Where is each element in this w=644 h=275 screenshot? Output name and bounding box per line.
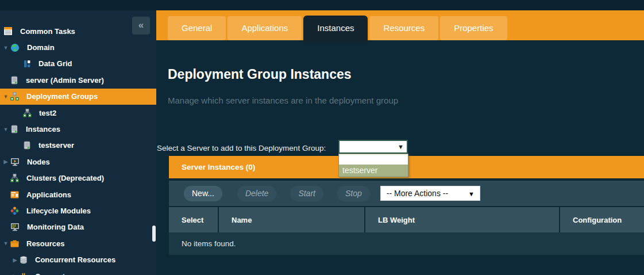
chevron-expanded-icon[interactable]: ▼ xyxy=(1,94,10,100)
column-header-select: Select xyxy=(169,207,218,232)
data-grid-icon xyxy=(23,60,31,68)
table-header-row: Select Name LB Weight Configuration xyxy=(169,207,644,232)
column-header-name: Name xyxy=(219,207,364,232)
page-subtitle: Manage which server instances are in the… xyxy=(168,96,398,105)
globe-icon xyxy=(10,43,20,52)
sidebar-item-nodes[interactable]: ▶ Nodes xyxy=(0,154,156,170)
sidebar-item-label: Resources xyxy=(26,239,64,248)
tab-general[interactable]: General xyxy=(168,16,226,40)
top-strip xyxy=(0,0,644,10)
tab-instances[interactable]: Instances xyxy=(303,16,368,42)
more-actions-dropdown[interactable]: -- More Actions -- ▼ xyxy=(380,186,480,201)
sidebar-item-server-admin[interactable]: server (Admin Server) xyxy=(0,72,156,88)
table-empty-row: No items found. xyxy=(169,232,644,255)
server-select-dropdown[interactable]: ▼ xyxy=(338,140,408,154)
server-option-testserver[interactable]: testserver xyxy=(339,165,408,177)
chevron-expanded-icon[interactable]: ▼ xyxy=(1,240,10,246)
plug-icon xyxy=(20,272,28,275)
sidebar-item-label: testserver xyxy=(38,141,74,150)
sidebar-item-clusters-deprecated[interactable]: Clusters (Deprecated) xyxy=(0,170,156,186)
server-select-open-list: testserver xyxy=(338,154,408,177)
navigation-tree: Common Tasks ▼ Domain Data Grid server (… xyxy=(0,23,156,275)
lifecycle-icon xyxy=(10,207,19,215)
server-instances-title: Server Instances (0) xyxy=(182,163,255,171)
sidebar-item-label: Data Grid xyxy=(38,59,72,68)
sidebar-item-label: Nodes xyxy=(27,158,50,166)
database-icon xyxy=(20,256,28,264)
tab-bar: General Applications Instances Resources… xyxy=(156,10,644,40)
sidebar-item-label: Instances xyxy=(26,125,60,133)
sidebar-item-resources[interactable]: ▼ Resources xyxy=(0,235,156,251)
start-button[interactable]: Start xyxy=(290,186,323,201)
sidebar-item-label: Deployment Groups xyxy=(26,92,98,101)
chevron-down-icon: ▼ xyxy=(468,187,475,201)
sidebar-item-connectors[interactable]: ▶ Connectors xyxy=(0,268,156,275)
sidebar-item-label: Common Tasks xyxy=(20,27,75,36)
applications-icon xyxy=(10,191,19,198)
server-icon xyxy=(23,141,31,150)
server-icon xyxy=(10,125,18,133)
sidebar-item-deployment-groups[interactable]: ▼ Deployment Groups xyxy=(0,89,156,105)
sidebar-item-label: Lifecycle Modules xyxy=(26,207,91,215)
sidebar-item-applications[interactable]: Applications xyxy=(0,186,156,203)
sidebar-item-concurrent-resources[interactable]: ▶ Concurrent Resources xyxy=(0,251,156,268)
main-content: Deployment Group Instances Manage which … xyxy=(156,40,644,275)
navigation-sidebar: « Common Tasks ▼ Domain Data Grid server… xyxy=(0,10,156,275)
chevron-expanded-icon[interactable]: ▼ xyxy=(1,127,10,132)
server-select-label: Select a Server to add to this Deploymen… xyxy=(157,144,326,152)
new-button[interactable]: New... xyxy=(184,186,222,201)
delete-button[interactable]: Delete xyxy=(237,186,276,201)
sidebar-item-lifecycle-modules[interactable]: Lifecycle Modules xyxy=(0,203,156,219)
admin-console-page: « Common Tasks ▼ Domain Data Grid server… xyxy=(0,0,644,275)
sidebar-item-label: Domain xyxy=(27,43,55,52)
sidebar-item-monitoring-data[interactable]: Monitoring Data xyxy=(0,219,156,235)
server-icon xyxy=(10,76,18,85)
sidebar-item-label: server (Admin Server) xyxy=(26,76,104,85)
server-option-blank[interactable] xyxy=(339,154,408,165)
cluster-icon xyxy=(23,109,32,117)
chevron-collapsed-icon[interactable]: ▶ xyxy=(1,159,10,165)
cluster-icon xyxy=(10,174,19,182)
more-actions-value: -- More Actions -- xyxy=(387,189,448,198)
chevron-collapsed-icon[interactable]: ▶ xyxy=(10,257,20,263)
tab-applications[interactable]: Applications xyxy=(227,16,302,40)
sidebar-item-testserver[interactable]: testserver xyxy=(0,138,156,154)
server-instances-table: Select Name LB Weight Configuration No i… xyxy=(169,207,644,255)
tasks-icon xyxy=(3,26,13,36)
chevron-down-icon: ▼ xyxy=(398,143,404,150)
sidebar-item-common-tasks[interactable]: Common Tasks xyxy=(0,23,156,39)
sidebar-item-label: Applications xyxy=(26,190,71,199)
node-monitor-icon xyxy=(10,158,20,166)
cluster-icon xyxy=(10,92,19,101)
page-title: Deployment Group Instances xyxy=(168,67,352,82)
sidebar-item-domain[interactable]: ▼ Domain xyxy=(0,39,156,55)
sidebar-scrollbar-thumb[interactable] xyxy=(152,226,156,242)
sidebar-item-test2[interactable]: test2 xyxy=(0,105,156,121)
sidebar-item-label: Connectors xyxy=(35,272,76,275)
column-header-configuration: Configuration xyxy=(560,207,644,232)
resources-box-icon xyxy=(10,240,19,247)
chevron-expanded-icon[interactable]: ▼ xyxy=(1,45,10,51)
sidebar-item-label: Monitoring Data xyxy=(27,223,84,231)
sidebar-item-label: test2 xyxy=(39,109,56,117)
sidebar-item-data-grid[interactable]: Data Grid xyxy=(0,56,156,72)
instances-toolbar: New... Delete Start Stop -- More Actions… xyxy=(169,181,644,206)
stop-button[interactable]: Stop xyxy=(337,186,370,201)
tab-properties[interactable]: Properties xyxy=(440,16,507,40)
tab-resources[interactable]: Resources xyxy=(369,16,438,40)
sidebar-item-label: Clusters (Deprecated) xyxy=(26,174,104,182)
sidebar-item-instances[interactable]: ▼ Instances xyxy=(0,121,156,137)
column-header-lb-weight: LB Weight xyxy=(365,207,559,232)
sidebar-item-label: Concurrent Resources xyxy=(35,255,115,264)
monitoring-icon xyxy=(10,223,20,231)
